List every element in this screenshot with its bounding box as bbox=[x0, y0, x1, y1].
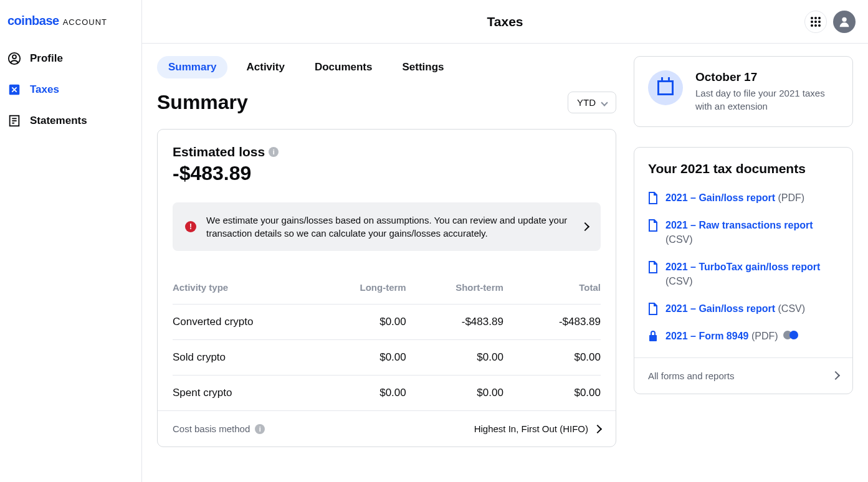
sidebar-item-label: Taxes bbox=[30, 83, 59, 96]
svg-point-9 bbox=[818, 17, 821, 19]
deadline-text: Last day to file your 2021 taxes with an… bbox=[695, 87, 839, 113]
taxes-icon bbox=[7, 83, 21, 97]
svg-point-10 bbox=[811, 21, 813, 23]
svg-point-11 bbox=[814, 21, 817, 23]
cell-activity: Spent crypto bbox=[173, 387, 309, 399]
deadline-title: October 17 bbox=[695, 70, 839, 84]
documents-card: Your 2021 tax documents 2021 – Gain/loss… bbox=[634, 147, 853, 394]
tab-summary[interactable]: Summary bbox=[157, 56, 227, 78]
tabs: Summary Activity Documents Settings bbox=[157, 56, 616, 78]
apps-button[interactable] bbox=[804, 11, 827, 33]
svg-point-7 bbox=[811, 17, 813, 19]
file-icon bbox=[648, 261, 658, 273]
cost-basis-row[interactable]: Cost basis method i Highest In, First Ou… bbox=[158, 410, 616, 447]
apps-grid-icon bbox=[810, 16, 821, 27]
period-select[interactable]: YTD bbox=[568, 92, 616, 113]
table-row: Spent crypto $0.00 $0.00 $0.00 bbox=[173, 376, 601, 410]
estimate-title: Estimated loss bbox=[173, 144, 265, 159]
all-forms-link[interactable]: All forms and reports bbox=[634, 357, 852, 394]
calendar-icon bbox=[648, 70, 683, 105]
activity-table: Activity type Long-term Short-term Total… bbox=[173, 271, 601, 410]
chevron-right-icon bbox=[581, 222, 589, 231]
cell-activity: Sold crypto bbox=[173, 351, 309, 364]
logo-sub: ACCOUNT bbox=[63, 17, 107, 27]
alert-text: We estimate your gains/losses based on a… bbox=[206, 214, 572, 240]
document-name: 2021 – TurboTax gain/loss report bbox=[665, 262, 820, 272]
document-ext: (PDF) bbox=[751, 331, 778, 341]
cell-short: $0.00 bbox=[406, 351, 503, 364]
cell-short: $0.00 bbox=[406, 387, 503, 399]
svg-point-12 bbox=[818, 21, 821, 23]
svg-point-16 bbox=[842, 17, 846, 21]
svg-point-13 bbox=[811, 24, 813, 27]
file-icon bbox=[648, 219, 658, 232]
svg-point-14 bbox=[814, 24, 817, 27]
document-link[interactable]: 2021 – Gain/loss report (PDF) bbox=[648, 191, 839, 205]
document-link[interactable]: 2021 – Raw transactions report (CSV) bbox=[648, 219, 839, 247]
cell-total: $0.00 bbox=[503, 387, 601, 399]
document-link[interactable]: 2021 – Gain/loss report (CSV) bbox=[648, 302, 839, 316]
svg-point-8 bbox=[814, 17, 817, 19]
cell-long: $0.00 bbox=[309, 316, 406, 328]
col-activity: Activity type bbox=[173, 282, 309, 293]
document-ext: (PDF) bbox=[778, 192, 805, 203]
col-short-term: Short-term bbox=[406, 282, 503, 293]
cell-short: -$483.89 bbox=[406, 316, 503, 328]
sidebar: coinbase ACCOUNT Profile Taxes Statement… bbox=[0, 0, 142, 482]
tab-activity[interactable]: Activity bbox=[235, 56, 295, 78]
document-name: 2021 – Gain/loss report bbox=[665, 303, 775, 314]
deadline-card: October 17 Last day to file your 2021 ta… bbox=[634, 56, 853, 127]
sidebar-item-label: Profile bbox=[30, 52, 63, 65]
document-ext: (CSV) bbox=[778, 303, 806, 314]
document-link[interactable]: 2021 – TurboTax gain/loss report (CSV) bbox=[648, 260, 839, 288]
cell-total: -$483.89 bbox=[503, 316, 601, 328]
chevron-right-icon bbox=[831, 371, 840, 380]
sidebar-item-label: Statements bbox=[30, 115, 87, 127]
document-name: 2021 – Form 8949 bbox=[665, 331, 748, 341]
user-icon bbox=[837, 15, 851, 29]
tab-settings[interactable]: Settings bbox=[391, 56, 455, 78]
section-heading: Summary bbox=[157, 91, 248, 114]
cell-total: $0.00 bbox=[503, 351, 601, 364]
table-row: Sold crypto $0.00 $0.00 $0.00 bbox=[173, 340, 601, 376]
logo[interactable]: coinbase ACCOUNT bbox=[0, 14, 141, 43]
document-ext: (CSV) bbox=[665, 234, 693, 245]
documents-heading: Your 2021 tax documents bbox=[648, 161, 839, 176]
col-total: Total bbox=[503, 282, 601, 293]
info-icon[interactable]: i bbox=[269, 147, 279, 157]
chevron-down-icon bbox=[601, 99, 608, 106]
cell-long: $0.00 bbox=[309, 387, 406, 399]
cell-activity: Converted crypto bbox=[173, 316, 309, 328]
file-icon bbox=[648, 303, 658, 315]
info-icon[interactable]: i bbox=[255, 424, 265, 434]
file-icon bbox=[648, 192, 658, 204]
logo-brand: coinbase bbox=[7, 14, 59, 28]
statements-icon bbox=[7, 114, 21, 128]
table-row: Converted crypto $0.00 -$483.89 -$483.89 bbox=[173, 305, 601, 340]
lock-icon bbox=[648, 330, 658, 343]
alert-icon: ! bbox=[185, 221, 196, 232]
tab-documents[interactable]: Documents bbox=[303, 56, 384, 78]
svg-point-15 bbox=[818, 24, 821, 27]
sidebar-item-statements[interactable]: Statements bbox=[0, 105, 141, 136]
document-ext: (CSV) bbox=[665, 276, 693, 286]
documents-footer-label: All forms and reports bbox=[648, 371, 734, 381]
estimate-value: -$483.89 bbox=[173, 162, 601, 185]
sidebar-item-profile[interactable]: Profile bbox=[0, 43, 141, 74]
svg-rect-17 bbox=[649, 335, 657, 341]
document-name: 2021 – Gain/loss report bbox=[665, 192, 775, 203]
avatar[interactable] bbox=[833, 11, 856, 33]
topbar: Taxes bbox=[142, 0, 868, 44]
cost-basis-label: Cost basis method bbox=[173, 423, 250, 434]
estimate-card: Estimated loss i -$483.89 ! We estimate … bbox=[157, 129, 616, 447]
period-value: YTD bbox=[577, 97, 596, 108]
premium-badge-icon bbox=[783, 331, 798, 339]
page-title: Taxes bbox=[487, 14, 523, 29]
chevron-right-icon bbox=[593, 424, 602, 433]
col-long-term: Long-term bbox=[309, 282, 406, 293]
cost-basis-value: Highest In, First Out (HIFO) bbox=[474, 423, 588, 434]
sidebar-item-taxes[interactable]: Taxes bbox=[0, 74, 141, 105]
accuracy-alert[interactable]: ! We estimate your gains/losses based on… bbox=[173, 202, 601, 251]
cell-long: $0.00 bbox=[309, 351, 406, 364]
document-link[interactable]: 2021 – Form 8949 (PDF) bbox=[648, 329, 839, 343]
